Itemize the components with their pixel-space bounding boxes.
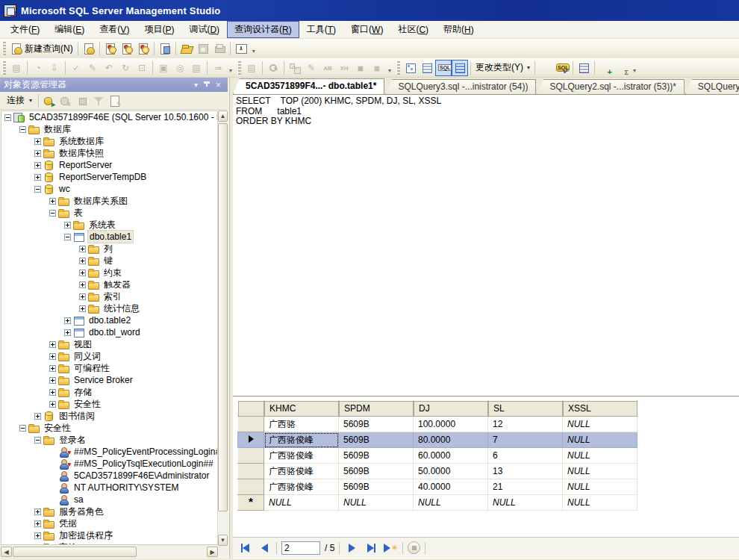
sql-pane-button[interactable] bbox=[435, 60, 452, 76]
compact-query-button[interactable] bbox=[157, 40, 173, 57]
expand-icon[interactable] bbox=[79, 281, 86, 288]
parse-query-button[interactable]: ✓ bbox=[68, 60, 84, 76]
grid-cell[interactable]: 广西骆俊峰 bbox=[264, 448, 339, 464]
expand-icon[interactable] bbox=[79, 246, 86, 252]
grid-cell[interactable]: 5609B bbox=[339, 432, 414, 448]
script-wizard-button[interactable] bbox=[107, 93, 123, 109]
grid-cell[interactable]: NULL bbox=[563, 479, 637, 495]
results-pane-button[interactable] bbox=[452, 60, 468, 76]
tree-item[interactable]: 系统数据库 bbox=[1, 135, 218, 147]
menu-item-f[interactable]: 文件(F) bbox=[3, 21, 47, 38]
pin-icon[interactable] bbox=[202, 81, 213, 90]
expand-icon[interactable] bbox=[34, 174, 41, 181]
collapse-icon[interactable] bbox=[34, 186, 41, 193]
tree-item[interactable]: ▾##MS_PolicyTsqlExecutionLogin## bbox=[1, 458, 218, 470]
tree-item[interactable]: sa bbox=[1, 494, 218, 505]
tree-item[interactable]: ReportServer bbox=[1, 159, 218, 171]
tree-item[interactable]: 服务器角色 bbox=[1, 505, 218, 517]
connect-object-button[interactable] bbox=[41, 93, 57, 109]
row-header-cell[interactable] bbox=[238, 464, 264, 479]
collapse-icon[interactable] bbox=[19, 425, 26, 432]
grid-cell[interactable]: 5609B bbox=[339, 448, 414, 464]
expand-icon[interactable] bbox=[49, 377, 56, 384]
expand-icon[interactable] bbox=[34, 162, 41, 169]
tree-item[interactable]: ReportServerTempDB bbox=[1, 171, 218, 183]
results-window-button[interactable]: ▣ bbox=[155, 60, 172, 76]
scroll-right-button[interactable]: ▶ bbox=[207, 547, 218, 557]
grid-cell[interactable]: 80.0000 bbox=[414, 432, 488, 448]
grid-cell[interactable]: 7 bbox=[488, 432, 563, 448]
expand-icon[interactable] bbox=[49, 341, 56, 348]
grid-cell[interactable]: 广西骆俊峰 bbox=[264, 464, 339, 479]
grid-cell[interactable]: 50.0000 bbox=[414, 464, 488, 479]
toolbar-grip[interactable] bbox=[237, 61, 241, 75]
toolbar-grip[interactable] bbox=[396, 61, 400, 75]
key-button[interactable] bbox=[265, 60, 281, 76]
expand-icon[interactable] bbox=[64, 317, 71, 324]
close-icon[interactable]: × bbox=[213, 80, 224, 90]
expand-icon[interactable] bbox=[79, 293, 86, 300]
expand-icon[interactable] bbox=[49, 365, 56, 372]
previous-record-button[interactable] bbox=[257, 541, 272, 556]
dmx-query-button[interactable] bbox=[119, 40, 135, 57]
document-tab-3[interactable]: SQLQuery2.sql -...istrator (53))* bbox=[537, 79, 684, 94]
generate-change-script-button[interactable]: ▤ bbox=[243, 60, 260, 76]
tree-horizontal-scrollbar[interactable]: ◀ ▶ bbox=[1, 547, 219, 559]
database-engine-query-button[interactable] bbox=[81, 40, 97, 57]
grid-cell[interactable]: 5609B bbox=[339, 479, 414, 495]
expand-icon[interactable] bbox=[34, 544, 41, 546]
filter-button[interactable] bbox=[90, 93, 107, 109]
tree-item[interactable]: ▾##MS_PolicyEventProcessingLogin## bbox=[1, 446, 218, 458]
expand-icon[interactable] bbox=[49, 401, 56, 408]
grid-cell[interactable]: 100.0000 bbox=[414, 417, 488, 432]
toolbar-overflow-button[interactable]: ▾ bbox=[249, 41, 258, 56]
tree-item[interactable]: 加密提供程序 bbox=[1, 529, 218, 541]
document-tab-4[interactable]: SQLQuery1.sql -... bbox=[685, 79, 739, 94]
tree-item[interactable]: 系统表 bbox=[1, 219, 218, 231]
expand-icon[interactable] bbox=[79, 305, 86, 312]
tree-item[interactable]: wc bbox=[1, 183, 218, 195]
open-file-button[interactable] bbox=[178, 40, 195, 57]
new-record-button[interactable]: ✳ bbox=[383, 541, 398, 556]
grid-column-header[interactable]: DJ bbox=[414, 401, 488, 417]
expand-icon[interactable] bbox=[49, 353, 56, 360]
tree-item[interactable]: 安全性 bbox=[1, 398, 218, 410]
grid-column-header[interactable]: XSSL bbox=[563, 401, 637, 417]
sql-pane[interactable]: SELECT TOP (200) KHMC, SPDM, DJ, SL, XSS… bbox=[236, 96, 738, 393]
query-diagram-button[interactable]: ▧ bbox=[369, 60, 385, 76]
print-button[interactable] bbox=[211, 40, 228, 57]
actual-plan-button[interactable]: ⇩ bbox=[46, 60, 63, 76]
apply-changes-button[interactable]: ⇒ bbox=[210, 60, 226, 76]
window-position-icon[interactable]: ▾ bbox=[190, 81, 202, 89]
grid-cell[interactable]: 广西骆 bbox=[264, 417, 339, 432]
tree-item[interactable]: 存储 bbox=[1, 386, 218, 398]
tree-item[interactable]: 表 bbox=[1, 207, 218, 219]
diagram-pane-button[interactable] bbox=[402, 60, 419, 76]
tree-item[interactable]: 审核 bbox=[1, 541, 218, 545]
expand-icon[interactable] bbox=[64, 222, 71, 228]
find-in-results-button[interactable]: ◎ bbox=[172, 60, 188, 76]
expand-icon[interactable] bbox=[79, 258, 86, 264]
expand-icon[interactable] bbox=[34, 150, 41, 157]
grid-cell[interactable]: NULL bbox=[414, 495, 488, 511]
tree-item[interactable]: 图书借阅 bbox=[1, 410, 218, 422]
tree-item[interactable]: 约束 bbox=[1, 267, 218, 279]
grid-cell[interactable]: NULL bbox=[563, 495, 637, 511]
properties-button[interactable]: ▤ bbox=[188, 60, 205, 76]
toolbar-grip[interactable] bbox=[2, 42, 6, 55]
expand-icon[interactable] bbox=[34, 520, 41, 527]
toolbar-overflow-button[interactable]: ▾ bbox=[385, 60, 394, 75]
collapse-icon[interactable] bbox=[49, 210, 56, 217]
edit-script-button[interactable]: ✎ bbox=[84, 60, 101, 76]
tree-item[interactable]: 数据库 bbox=[1, 123, 218, 135]
table-view-button[interactable]: ▦ bbox=[352, 60, 369, 76]
stop-retrieval-button[interactable] bbox=[408, 541, 420, 554]
tree-item[interactable]: 数据库快照 bbox=[1, 147, 218, 159]
tree-item[interactable]: 凭据 bbox=[1, 517, 218, 529]
expand-icon[interactable] bbox=[34, 532, 41, 539]
menu-item-h[interactable]: 帮助(H) bbox=[436, 21, 481, 38]
refresh-button[interactable]: ⊡ bbox=[134, 60, 150, 76]
toolbar-overflow-button[interactable]: ▾ bbox=[630, 60, 639, 75]
tree-vertical-scrollbar[interactable]: ▲ ▼ bbox=[217, 111, 228, 547]
manage-indexes-button[interactable]: ✎ bbox=[303, 60, 319, 76]
